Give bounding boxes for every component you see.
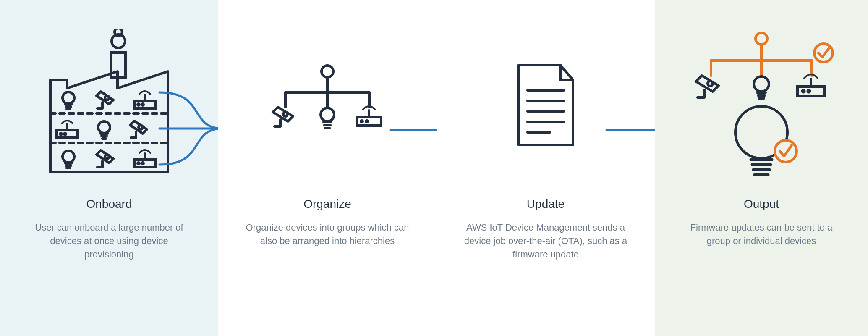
step-organize: Organize Organize devices into groups wh…: [218, 0, 437, 336]
svg-point-49: [803, 90, 805, 92]
step-update: Update AWS IoT Device Management sends a…: [437, 0, 655, 336]
svg-point-19: [142, 163, 144, 164]
output-desc: Firmware updates can be sent to a group …: [669, 221, 854, 248]
svg-point-29: [321, 108, 334, 121]
svg-point-45: [814, 44, 833, 62]
update-title: Update: [527, 197, 565, 211]
svg-point-31: [361, 121, 363, 122]
svg-point-16: [105, 155, 109, 159]
output-devices-icon: [686, 29, 837, 181]
onboard-factory-icon: [38, 29, 180, 181]
svg-point-6: [105, 96, 109, 100]
workflow-diagram: Onboard User can onboard a large number …: [0, 0, 868, 336]
organize-title: Organize: [303, 197, 351, 211]
svg-point-52: [775, 140, 797, 162]
svg-point-9: [142, 104, 144, 105]
onboard-title: Onboard: [86, 197, 132, 211]
svg-point-32: [366, 121, 368, 122]
svg-point-39: [756, 33, 767, 45]
svg-point-28: [283, 112, 288, 116]
update-document-icon: [510, 61, 581, 149]
svg-point-47: [754, 76, 769, 92]
step-output: Output Firmware updates can be sent to a…: [655, 0, 868, 336]
svg-point-46: [708, 81, 713, 86]
svg-point-13: [98, 121, 110, 133]
svg-point-22: [322, 66, 333, 77]
organize-hierarchy-icon: [269, 63, 386, 147]
step-onboard: Onboard User can onboard a large number …: [0, 0, 218, 336]
svg-point-11: [60, 133, 62, 135]
svg-point-18: [138, 163, 139, 164]
svg-point-12: [64, 133, 66, 135]
svg-point-14: [139, 125, 143, 129]
onboard-illustration: [38, 25, 180, 185]
output-title: Output: [744, 197, 779, 211]
organize-illustration: [269, 25, 386, 185]
svg-point-8: [138, 104, 139, 105]
svg-point-5: [63, 92, 74, 104]
svg-point-2: [115, 29, 122, 36]
organize-desc: Organize devices into groups which can a…: [235, 221, 420, 248]
onboard-desc: User can onboard a large number of devic…: [17, 221, 201, 261]
update-illustration: [510, 25, 581, 185]
update-desc: AWS IoT Device Management sends a device…: [453, 221, 638, 261]
output-illustration: [686, 25, 837, 185]
svg-point-15: [63, 151, 74, 163]
svg-point-50: [808, 90, 810, 92]
